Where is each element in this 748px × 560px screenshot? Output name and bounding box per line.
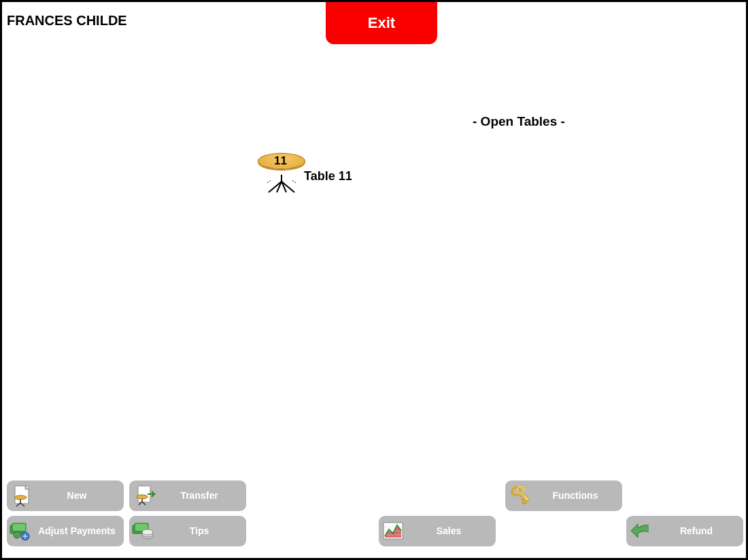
table-legs-icon	[265, 173, 299, 195]
adjust-payments-button-label: Adjust Payments	[37, 526, 124, 536]
sales-chart-icon	[379, 516, 409, 546]
new-table-icon	[7, 480, 37, 511]
adjust-payments-button[interactable]: Adjust Payments	[7, 516, 124, 546]
svg-point-7	[14, 531, 20, 538]
transfer-button-label: Transfer	[159, 491, 246, 501]
table-item-11[interactable]: 11 Table 11	[258, 153, 367, 200]
sales-button[interactable]: Sales	[379, 516, 496, 546]
user-name-label: FRANCES CHILDE	[7, 13, 127, 29]
transfer-button[interactable]: Transfer	[129, 480, 246, 511]
open-tables-heading: - Open Tables -	[473, 114, 565, 129]
keys-icon	[505, 480, 535, 511]
functions-button[interactable]: Functions	[505, 480, 622, 511]
table-label: Table 11	[304, 169, 352, 183]
svg-point-12	[142, 529, 153, 535]
refund-button[interactable]: Refund	[626, 516, 743, 546]
adjust-payments-icon	[7, 516, 37, 546]
tips-button[interactable]: Tips	[129, 516, 246, 546]
new-button-label: New	[37, 491, 124, 501]
new-button[interactable]: New	[7, 480, 124, 511]
sales-button-label: Sales	[409, 526, 496, 536]
tips-button-label: Tips	[159, 526, 246, 536]
refund-arrow-icon	[626, 516, 656, 546]
transfer-icon	[129, 480, 159, 511]
refund-button-label: Refund	[656, 526, 743, 536]
svg-point-1	[14, 495, 27, 500]
exit-button[interactable]: Exit	[326, 2, 437, 44]
table-number: 11	[274, 154, 287, 168]
svg-rect-5	[12, 523, 26, 531]
functions-button-label: Functions	[535, 491, 622, 501]
tips-icon	[129, 516, 159, 546]
svg-point-3	[137, 495, 148, 499]
